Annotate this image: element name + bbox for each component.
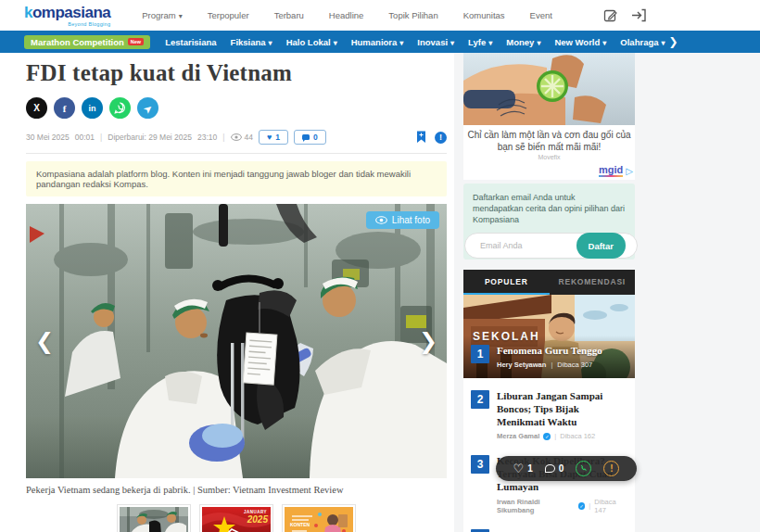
item-title[interactable]: Liburan Jangan Sampai Boncos; Tips Bijak… bbox=[497, 390, 627, 428]
new-badge: New bbox=[128, 38, 144, 45]
nav-headline[interactable]: Headline bbox=[329, 10, 364, 20]
featured-title[interactable]: Fenomena Guru Tenggo bbox=[497, 345, 602, 356]
image-caption: Pekerja Vietnam sedang bekerja di pabrik… bbox=[26, 485, 447, 495]
login-icon[interactable] bbox=[631, 8, 647, 22]
carousel-next-arrow[interactable]: ❯ bbox=[419, 330, 437, 352]
view-count: 44 bbox=[231, 133, 253, 142]
compose-icon[interactable] bbox=[603, 8, 618, 23]
comment-count: 0 bbox=[313, 133, 318, 142]
nav-event[interactable]: Event bbox=[530, 10, 552, 20]
share-linkedin-icon[interactable]: in bbox=[82, 97, 103, 119]
cat-halo-lokal[interactable]: Halo Lokal bbox=[286, 37, 337, 47]
ad-image bbox=[463, 53, 635, 125]
publish-time: 00:01 bbox=[75, 133, 95, 142]
cat-new-world[interactable]: New World bbox=[554, 37, 606, 47]
eye-icon bbox=[375, 216, 387, 224]
cat-olahraga[interactable]: Olahraga bbox=[620, 37, 665, 47]
populer-tabs: POPULER REKOMENDASI bbox=[463, 270, 635, 295]
cat-money[interactable]: Money bbox=[506, 37, 540, 47]
meta-separator bbox=[222, 133, 224, 142]
nav-program[interactable]: Program bbox=[142, 10, 182, 20]
report-icon[interactable]: ! bbox=[435, 132, 447, 144]
view-photo-button[interactable]: Lihat foto bbox=[366, 211, 439, 229]
top-header: kompasiana Beyond Blogging Program Terpo… bbox=[0, 0, 760, 31]
hero-image[interactable]: ❮ ❯ Lihat foto bbox=[26, 204, 447, 478]
newsletter-form: Daftar bbox=[473, 233, 626, 259]
marathon-competition-badge[interactable]: Marathon Competition New bbox=[24, 35, 150, 49]
rank-badge-2: 2 bbox=[471, 390, 489, 409]
top-nav: Program Terpopuler Terbaru Headline Topi… bbox=[142, 10, 596, 20]
heart-icon: ♥ bbox=[267, 133, 272, 142]
carousel-prev-arrow[interactable]: ❮ bbox=[35, 330, 54, 352]
kompasiana-logo[interactable]: kompasiana Beyond Blogging bbox=[24, 5, 110, 27]
nav-terbaru[interactable]: Terbaru bbox=[274, 10, 304, 20]
pill-comment-count: 0 bbox=[559, 463, 564, 474]
list-item-2[interactable]: 2 Liburan Jangan Sampai Boncos; Tips Bij… bbox=[471, 384, 627, 449]
cat-lestarisiana[interactable]: Lestarisiana bbox=[165, 37, 216, 47]
rank-badge-3: 3 bbox=[471, 455, 489, 474]
more-categories-chevron[interactable]: ❯ bbox=[669, 35, 678, 48]
cat-inovasi[interactable]: Inovasi bbox=[417, 37, 454, 47]
pill-comment-button[interactable]: 0 bbox=[545, 463, 564, 474]
tab-populer[interactable]: POPULER bbox=[463, 270, 550, 295]
item-author[interactable]: Merza Gamal bbox=[497, 432, 539, 440]
heart-outline-icon: ♡ bbox=[513, 462, 525, 475]
item-meta: Irwan Rinaldi Sikumbang ✓ Dibaca 147 bbox=[497, 498, 627, 514]
subscribe-button[interactable]: Daftar bbox=[576, 233, 626, 259]
rank-badge-4: 4 bbox=[471, 529, 489, 532]
floating-action-bar: ♡ 1 0 ! bbox=[496, 456, 637, 481]
bookmark-icon[interactable] bbox=[416, 131, 426, 144]
item-author[interactable]: Irwan Rinaldi Sikumbang bbox=[497, 498, 575, 514]
cat-lyfe[interactable]: Lyfe bbox=[468, 37, 492, 47]
meta-separator bbox=[589, 501, 590, 510]
share-whatsapp-icon[interactable] bbox=[109, 97, 131, 119]
cat-fiksiana[interactable]: Fiksiana bbox=[231, 37, 272, 47]
nav-komunitas[interactable]: Komunitas bbox=[463, 10, 505, 20]
thumb-2025-text: 2025 bbox=[247, 515, 268, 525]
featured-author[interactable]: Hery Setyawan bbox=[497, 361, 546, 369]
share-x-icon[interactable]: X bbox=[26, 97, 47, 119]
nav-terpopuler[interactable]: Terpopuler bbox=[208, 10, 249, 20]
share-telegram-icon[interactable]: ➤ bbox=[137, 97, 158, 119]
pill-report-icon[interactable]: ! bbox=[603, 461, 619, 476]
publish-date: 30 Mei 2025 bbox=[26, 133, 70, 142]
view-photo-label: Lihat foto bbox=[392, 215, 430, 225]
pill-like-button[interactable]: ♡ 1 bbox=[513, 462, 533, 475]
cat-humaniora[interactable]: Humaniora bbox=[351, 37, 404, 47]
nav-topik-pilihan[interactable]: Topik Pilihan bbox=[388, 10, 437, 20]
share-row: X f in ➤ bbox=[26, 97, 447, 119]
newsletter-text: Daftarkan email Anda untuk mendapatkan c… bbox=[473, 192, 626, 225]
thumbnail-factory[interactable] bbox=[117, 504, 191, 532]
meta-separator bbox=[551, 361, 552, 369]
pill-whatsapp-icon[interactable] bbox=[576, 461, 591, 476]
kompasiana-article-page: kompasiana Beyond Blogging Program Terpo… bbox=[0, 0, 760, 532]
logo-rest: ompasiana bbox=[32, 4, 110, 21]
featured-meta: Hery Setyawan Dibaca 307 bbox=[497, 361, 592, 369]
share-facebook-icon[interactable]: f bbox=[54, 97, 75, 119]
gallery-thumbnails: JANUARY 2025 FDI KONTEN bbox=[26, 504, 447, 532]
thumb-konten-text: KONTEN bbox=[290, 522, 310, 527]
item-title[interactable]: Jejak Pengabdian Dr. H. Erjati Abas, M.A… bbox=[497, 529, 627, 532]
populer-list: 2 Liburan Jangan Sampai Boncos; Tips Bij… bbox=[463, 378, 635, 532]
logo-text: kompasiana bbox=[24, 5, 110, 20]
tab-rekomendasi[interactable]: REKOMENDASI bbox=[550, 270, 636, 295]
mgid-play-icon: ▷ bbox=[626, 166, 633, 176]
comment-icon bbox=[302, 134, 310, 140]
list-item-4[interactable]: 4 Jejak Pengabdian Dr. H. Erjati Abas, M… bbox=[471, 523, 627, 532]
updated-time: 23:10 bbox=[197, 133, 217, 142]
eye-icon bbox=[231, 133, 242, 141]
logo-tagline: Beyond Blogging bbox=[68, 21, 110, 27]
header-actions bbox=[603, 8, 647, 23]
marathon-label: Marathon Competition bbox=[31, 37, 124, 47]
thumbnail-fdi-flag[interactable]: JANUARY 2025 FDI bbox=[199, 504, 273, 532]
newsletter-signup: Daftarkan email Anda untuk mendapatkan c… bbox=[463, 184, 635, 260]
mgid-logo[interactable]: mgid ▷ bbox=[463, 162, 635, 180]
like-button[interactable]: ♥ 1 bbox=[259, 130, 288, 145]
disclaimer-box: Kompasiana adalah platform blog. Konten … bbox=[26, 161, 447, 196]
thumbnail-konten-illustration[interactable]: KONTEN bbox=[282, 504, 356, 532]
ad-headline[interactable]: Chỉ cần làm một lần và cơn đau gối của b… bbox=[463, 125, 635, 154]
featured-article[interactable]: SEKOLAH 1 Fenomena Guru Tenggo Hery Sety… bbox=[463, 295, 635, 378]
sponsored-ad[interactable]: Chỉ cần làm một lần và cơn đau gối của b… bbox=[463, 53, 635, 180]
meta-separator bbox=[554, 432, 556, 440]
comment-button[interactable]: 0 bbox=[294, 130, 326, 145]
